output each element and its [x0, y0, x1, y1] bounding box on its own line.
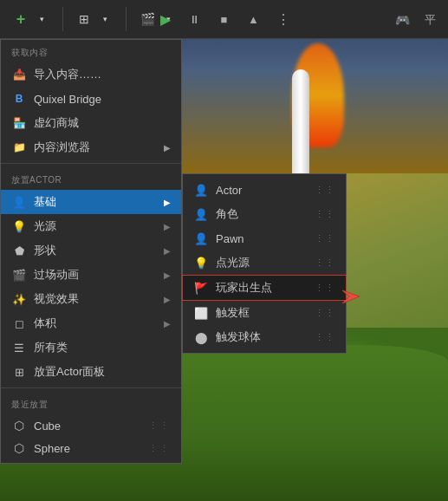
basic-icon: 👤 — [11, 194, 27, 210]
visual-icon: ✨ — [11, 291, 27, 307]
character-sub-label: 角色 — [216, 206, 238, 222]
sphere-label: Sphere — [34, 442, 141, 455]
light-arrow: ▶ — [164, 222, 171, 231]
transition-arrow: ▶ — [164, 270, 171, 280]
pawn-dots: ⋮⋮ — [315, 233, 335, 244]
player-start-sub-label: 玩家出生点 — [216, 280, 272, 296]
menu-item-content-browser[interactable]: 📁 内容浏览器 ▶ — [1, 135, 181, 159]
player-start-dots: ⋮⋮ — [315, 283, 335, 294]
light-label: 光源 — [34, 218, 157, 234]
import-label: 导入内容…… — [34, 67, 171, 82]
sphere-dots: ⋮⋮ — [148, 443, 171, 454]
platform-label: 平 — [425, 12, 436, 28]
section-label-get-content: 获取内容 — [1, 40, 181, 62]
cube-label: Cube — [34, 420, 141, 433]
menu-item-quixel[interactable]: B Quixel Bridge — [1, 87, 181, 111]
toolbar-separator-1 — [62, 7, 63, 31]
sub-menu-item-player-start[interactable]: 🚩 玩家出生点 ⋮⋮ — [182, 275, 347, 301]
pawn-sub-label: Pawn — [216, 232, 244, 245]
menu-item-all[interactable]: ☰ 所有类 — [1, 335, 181, 360]
trigger-box-sub-label: 触发框 — [216, 305, 250, 321]
cube-icon: ⬡ — [11, 418, 27, 433]
trigger-sphere-dots: ⋮⋮ — [315, 332, 335, 343]
mode-dropdown-arrow: ▾ — [96, 10, 114, 28]
sub-menu-item-pawn[interactable]: 👤 Pawn ⋮⋮ — [183, 226, 346, 250]
shapes-icon: ⬟ — [11, 243, 27, 258]
sub-menu-item-actor[interactable]: 👤 Actor ⋮⋮ — [183, 178, 346, 202]
play-button[interactable]: ▶ — [152, 6, 179, 34]
place-actor-panel-label: 放置Actor面板 — [34, 364, 171, 380]
volume-label: 体积 — [34, 316, 157, 331]
point-light-sub-label: 点光源 — [216, 255, 250, 270]
quixel-icon: B — [11, 91, 27, 107]
transition-icon: 🎬 — [11, 267, 27, 283]
pause-button[interactable]: ⏸ — [181, 6, 209, 34]
marketplace-label: 虚幻商城 — [34, 115, 171, 131]
gamepad-icon: 🎮 — [393, 11, 411, 29]
transition-label: 过场动画 — [34, 267, 157, 283]
marketplace-icon: 🏪 — [11, 115, 27, 131]
main-menu-panel: 获取内容 📥 导入内容…… B Quixel Bridge 🏪 虚幻商城 📁 内… — [0, 39, 182, 464]
build-button[interactable]: ▲ — [240, 6, 268, 34]
content-browser-icon: 📁 — [11, 140, 27, 155]
visual-label: 视觉效果 — [34, 291, 157, 307]
play-controls: ▶ ⏸ ■ ▲ ⋮ — [152, 0, 297, 39]
section-label-place-actor: 放置ACTOR — [1, 167, 181, 190]
menu-divider-1 — [1, 163, 181, 164]
section-label-recent: 最近放置 — [1, 392, 181, 414]
menu-item-place-actor-panel[interactable]: ⊞ 放置Actor面板 — [1, 360, 181, 384]
add-icon: + — [12, 10, 29, 28]
add-dropdown-arrow: ▾ — [33, 10, 50, 28]
cube-dots: ⋮⋮ — [148, 420, 171, 432]
shapes-arrow: ▶ — [164, 246, 171, 256]
recent-item-cube[interactable]: ⬡ Cube ⋮⋮ — [1, 414, 181, 437]
sub-menu-item-trigger-sphere[interactable]: ⬤ 触发球体 ⋮⋮ — [183, 325, 346, 349]
basic-label: 基础 — [34, 194, 157, 210]
trigger-sphere-sub-icon: ⬤ — [193, 329, 209, 345]
sphere-icon: ⬡ — [11, 440, 27, 456]
point-light-dots: ⋮⋮ — [315, 257, 335, 269]
trigger-box-sub-icon: ⬜ — [193, 305, 209, 321]
player-start-sub-icon: 🚩 — [193, 280, 209, 296]
sub-menu-item-point-light[interactable]: 💡 点光源 ⋮⋮ — [183, 250, 346, 275]
sub-menu-panel: 👤 Actor ⋮⋮ 👤 角色 ⋮⋮ 👤 Pawn ⋮⋮ 💡 点光源 ⋮⋮ 🚩 … — [182, 173, 347, 354]
more-button[interactable]: ⋮ — [269, 6, 297, 34]
trigger-box-dots: ⋮⋮ — [315, 308, 335, 319]
character-sub-icon: 👤 — [193, 206, 209, 222]
mode-button[interactable]: ⊞ ▾ — [70, 7, 119, 31]
import-icon: 📥 — [11, 67, 27, 82]
recent-item-sphere[interactable]: ⬡ Sphere ⋮⋮ — [1, 437, 181, 459]
pawn-sub-icon: 👤 — [193, 231, 209, 246]
stop-button[interactable]: ■ — [211, 6, 238, 34]
sub-menu-item-trigger-box[interactable]: ⬜ 触发框 ⋮⋮ — [183, 301, 346, 325]
gamepad-button[interactable]: 🎮 — [388, 8, 416, 32]
menu-item-marketplace[interactable]: 🏪 虚幻商城 — [1, 111, 181, 135]
menu-item-basic[interactable]: 👤 基础 ▶ — [1, 190, 181, 214]
menu-item-shapes[interactable]: ⬟ 形状 ▶ — [1, 238, 181, 263]
menu-item-import[interactable]: 📥 导入内容…… — [1, 62, 181, 87]
shapes-label: 形状 — [34, 243, 157, 258]
menu-divider-2 — [1, 387, 181, 388]
arrow-svg — [342, 286, 368, 308]
right-toolbar: 🎮 平 — [388, 0, 448, 39]
actor-sub-label: Actor — [216, 184, 242, 197]
platform-button[interactable]: 平 — [419, 9, 441, 31]
quixel-label: Quixel Bridge — [34, 93, 171, 106]
actor-dots: ⋮⋮ — [315, 185, 335, 196]
volume-icon: ◻ — [11, 316, 27, 331]
menu-item-volume[interactable]: ◻ 体积 ▶ — [1, 311, 181, 335]
menu-item-transition[interactable]: 🎬 过场动画 ▶ — [1, 263, 181, 287]
light-icon: 💡 — [11, 218, 27, 234]
menu-item-light[interactable]: 💡 光源 ▶ — [1, 214, 181, 238]
volume-arrow: ▶ — [164, 319, 171, 329]
place-actor-panel-icon: ⊞ — [11, 364, 27, 380]
visual-arrow: ▶ — [164, 295, 171, 304]
menu-item-visual[interactable]: ✨ 视觉效果 ▶ — [1, 287, 181, 311]
actor-sub-icon: 👤 — [193, 182, 209, 198]
sub-menu-item-character[interactable]: 👤 角色 ⋮⋮ — [183, 202, 346, 226]
all-label: 所有类 — [34, 340, 171, 355]
point-light-sub-icon: 💡 — [193, 255, 209, 270]
add-button[interactable]: + ▾ — [7, 7, 55, 31]
trigger-sphere-sub-label: 触发球体 — [216, 329, 261, 345]
svg-marker-0 — [342, 290, 360, 303]
